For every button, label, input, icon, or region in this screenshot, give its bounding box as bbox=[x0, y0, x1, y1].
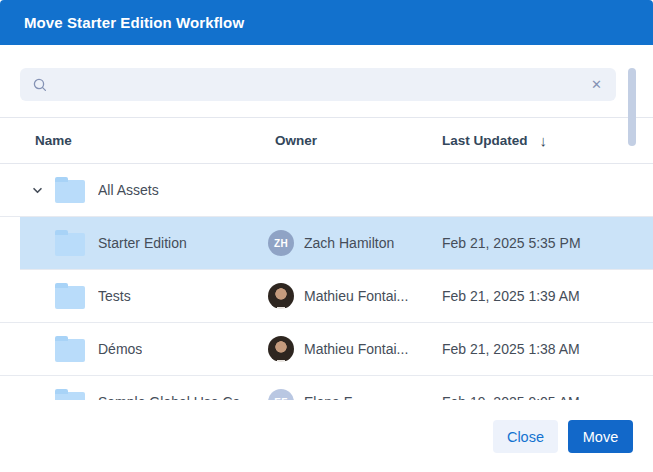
folder-icon bbox=[55, 233, 85, 256]
column-header-name[interactable]: Name bbox=[0, 133, 268, 148]
folder-icon bbox=[55, 339, 85, 362]
search-section: ✕ bbox=[0, 45, 653, 101]
folder-name: Démos bbox=[98, 341, 142, 357]
sort-descending-icon[interactable]: ↓ bbox=[540, 132, 548, 149]
table-header-row: Name Owner Last Updated ↓ bbox=[0, 117, 653, 164]
search-icon bbox=[32, 77, 48, 93]
last-updated-cell: Feb 21, 2025 1:38 AM bbox=[442, 341, 653, 357]
column-header-owner[interactable]: Owner bbox=[268, 133, 442, 148]
name-cell: Sample Global Use Ca... bbox=[0, 390, 268, 401]
folder-table: Name Owner Last Updated ↓ All Assets bbox=[0, 117, 653, 400]
owner-name: Zach Hamilton bbox=[304, 235, 394, 251]
owner-name: Mathieu Fontai... bbox=[304, 288, 408, 304]
owner-cell: EF Elena F... bbox=[268, 389, 442, 400]
folder-name: Tests bbox=[98, 288, 131, 304]
dialog-header: Move Starter Edition Workflow bbox=[0, 0, 653, 45]
owner-name: Mathieu Fontai... bbox=[304, 341, 408, 357]
table-row[interactable]: All Assets bbox=[0, 164, 653, 217]
dialog-title: Move Starter Edition Workflow bbox=[24, 14, 244, 31]
avatar-initials: EF bbox=[274, 397, 287, 401]
owner-cell: Mathieu Fontai... bbox=[268, 336, 442, 362]
name-cell: All Assets bbox=[0, 178, 268, 203]
last-updated-cell: Feb 19, 2025 9:05 AM bbox=[442, 394, 653, 400]
folder-icon bbox=[55, 392, 85, 401]
table-row[interactable]: Démos Mathieu Fontai... Feb 21, 2025 1:3… bbox=[0, 323, 653, 376]
table-body: All Assets Starter Edition ZH bbox=[0, 164, 653, 400]
chevron-down-icon[interactable] bbox=[32, 185, 43, 196]
move-workflow-dialog: Move Starter Edition Workflow ✕ Name Own… bbox=[0, 0, 653, 472]
table-row[interactable]: Starter Edition ZH Zach Hamilton Feb 21,… bbox=[20, 217, 653, 270]
search-input[interactable] bbox=[56, 77, 589, 93]
name-cell: Démos bbox=[0, 337, 268, 362]
last-updated-cell: Feb 21, 2025 5:35 PM bbox=[442, 235, 653, 251]
clear-search-icon[interactable]: ✕ bbox=[589, 76, 604, 93]
folder-icon bbox=[55, 180, 85, 203]
column-header-last-updated[interactable]: Last Updated ↓ bbox=[442, 132, 653, 149]
folder-name: Starter Edition bbox=[98, 235, 187, 251]
owner-name: Elena F... bbox=[304, 394, 362, 400]
move-button[interactable]: Move bbox=[568, 420, 633, 453]
avatar bbox=[268, 336, 294, 362]
name-cell: Starter Edition bbox=[20, 231, 268, 256]
dialog-footer: Close Move bbox=[493, 420, 633, 453]
folder-name: Sample Global Use Ca... bbox=[98, 394, 252, 400]
name-cell: Tests bbox=[0, 284, 268, 309]
search-box[interactable]: ✕ bbox=[20, 68, 616, 101]
folder-icon bbox=[55, 286, 85, 309]
avatar: ZH bbox=[268, 230, 294, 256]
avatar: EF bbox=[268, 389, 294, 400]
avatar-initials: ZH bbox=[274, 238, 288, 249]
owner-cell: Mathieu Fontai... bbox=[268, 283, 442, 309]
owner-cell: ZH Zach Hamilton bbox=[268, 230, 442, 256]
avatar bbox=[268, 283, 294, 309]
table-row[interactable]: Tests Mathieu Fontai... Feb 21, 2025 1:3… bbox=[0, 270, 653, 323]
table-row[interactable]: Sample Global Use Ca... EF Elena F... Fe… bbox=[0, 376, 653, 400]
folder-name: All Assets bbox=[98, 182, 159, 198]
vertical-scrollbar[interactable] bbox=[628, 68, 636, 146]
close-button[interactable]: Close bbox=[493, 420, 558, 453]
last-updated-cell: Feb 21, 2025 1:39 AM bbox=[442, 288, 653, 304]
